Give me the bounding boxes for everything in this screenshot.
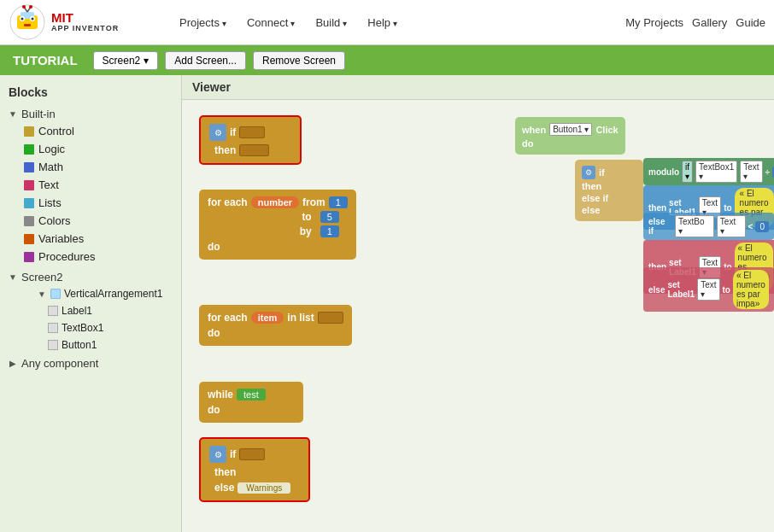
if-label-faded: if — [599, 167, 605, 178]
do-slot-foreach-item — [224, 327, 309, 339]
screen2-sidebar-label: Screen2 — [21, 271, 62, 284]
va-icon — [50, 289, 61, 299]
tutorial-label: TUTORIAL — [13, 53, 78, 67]
when-button1-click-block[interactable]: when Button1 ▾ Click do — [515, 117, 625, 155]
text-dropdown-bar3[interactable]: Text ▾ — [697, 278, 719, 301]
svg-point-5 — [21, 18, 24, 20]
in-list-label: in list — [287, 312, 314, 324]
else-if-textbox-block[interactable]: else if TextBo ▾ Text ▾ < 0 — [643, 213, 774, 240]
viewer: Viewer ⚙ if then for each number — [182, 75, 774, 532]
help-chevron-icon — [393, 16, 397, 29]
if-then-block-top[interactable]: ⚙ if then — [199, 115, 302, 165]
sidebar-item-variables[interactable]: Variables — [0, 230, 181, 248]
for-each-item-block[interactable]: for each item in list do — [199, 305, 352, 346]
nav-build[interactable]: Build — [307, 11, 355, 34]
then-label-bottom: then — [209, 466, 236, 478]
then-label-bar1: then — [648, 203, 666, 213]
for-each-number-block[interactable]: for each number from 1 to 5 by 1 do — [199, 190, 356, 260]
text-dropdown-elseif[interactable]: Text ▾ — [717, 215, 746, 237]
gallery-link[interactable]: Gallery — [692, 16, 727, 29]
if-then-else-block[interactable]: ⚙ if then else Warnings — [199, 437, 310, 502]
divide-op: ÷ — [765, 167, 771, 177]
to-label-bar1: to — [724, 203, 731, 213]
less-than: < — [748, 222, 753, 231]
sidebar-vertical-arrangement[interactable]: ▼ VerticalArrangement1 — [0, 285, 181, 302]
screen2-group-header[interactable]: ▼ Screen2 — [0, 269, 181, 285]
val0: 0 — [755, 221, 769, 232]
viewer-canvas[interactable]: ⚙ if then for each number from 1 — [182, 100, 774, 531]
sidebar-textbox1[interactable]: TextBox1 — [0, 319, 181, 336]
to-label: to — [302, 211, 311, 223]
screen2-button[interactable]: Screen2 ▾ — [93, 51, 159, 70]
add-screen-button[interactable]: Add Screen... — [165, 51, 246, 70]
sidebar: Blocks ▼ Built-in Control Logic Math Tex… — [0, 75, 182, 532]
control-color-icon — [24, 126, 34, 137]
connect-chevron-icon — [290, 16, 295, 29]
svg-point-10 — [22, 5, 26, 9]
nav-projects[interactable]: Projects — [171, 11, 235, 34]
set-label1-label3: set Label1 — [667, 280, 695, 299]
par-impa-string: « El numero es par impa» — [733, 270, 769, 309]
blocks-title: Blocks — [0, 82, 181, 104]
textbox1-dropdown-elseif[interactable]: TextBo ▾ — [675, 215, 714, 237]
viewer-title: Viewer — [182, 75, 774, 100]
remove-screen-button[interactable]: Remove Screen — [253, 51, 345, 70]
colors-color-icon — [24, 216, 34, 226]
builtin-group-header[interactable]: ▼ Built-in — [0, 106, 181, 122]
if-dropdown-faded[interactable]: if ▾ — [682, 161, 693, 183]
logic-color-icon — [24, 144, 34, 155]
else-label-bottom: else — [209, 482, 234, 494]
screen2-section: ▼ Screen2 ▼ VerticalArrangement1 Label1 … — [0, 267, 181, 355]
sidebar-item-control[interactable]: Control — [0, 122, 181, 140]
do-slot-foreach — [224, 241, 292, 253]
label1-icon — [48, 306, 58, 316]
click-label-faded: Click — [595, 125, 618, 135]
my-projects-link[interactable]: My Projects — [625, 16, 683, 29]
guide-link[interactable]: Guide — [736, 16, 765, 29]
modulo-block[interactable]: modulo if ▾ TextBox1 ▾ Text ▾ ÷ 2 — [643, 158, 774, 185]
sidebar-item-logic[interactable]: Logic — [0, 140, 181, 158]
nav-connect[interactable]: Connect — [238, 11, 303, 34]
svg-point-6 — [32, 18, 34, 20]
sidebar-item-math[interactable]: Math — [0, 158, 181, 176]
nav-menu: Projects Connect Build Help — [154, 11, 625, 34]
logo-text: MIT APP INVENTOR — [51, 11, 119, 33]
if-block-faded[interactable]: ⚙ if then else if else — [575, 160, 643, 221]
while-block[interactable]: while test do — [199, 382, 303, 423]
for-each-item-label: for each — [208, 312, 248, 324]
then-label-faded: then — [582, 181, 601, 191]
when-label-faded: when — [522, 125, 546, 135]
set-label1-text-par-impa[interactable]: else set Label1 Text ▾ to « El numero es… — [643, 267, 774, 312]
text-color-icon — [24, 180, 34, 190]
logo-icon — [9, 3, 46, 41]
sidebar-item-lists[interactable]: Lists — [0, 194, 181, 212]
any-component-header[interactable]: ▶ Any component — [0, 355, 181, 371]
sidebar-label1[interactable]: Label1 — [0, 302, 181, 319]
textbox1-dropdown-modulo[interactable]: TextBox1 ▾ — [695, 161, 737, 183]
then-slot-top — [239, 144, 269, 156]
any-component-expand-icon: ▶ — [7, 358, 19, 370]
do-slot-while — [224, 404, 292, 416]
any-component-label: Any component — [21, 357, 98, 370]
va-expand-icon: ▼ — [36, 288, 48, 300]
nav-help[interactable]: Help — [359, 11, 406, 34]
sidebar-item-procedures[interactable]: Procedures — [0, 248, 181, 266]
button1-dropdown-faded[interactable]: Button1 ▾ — [549, 123, 592, 136]
nav-right: My Projects Gallery Guide — [625, 16, 765, 29]
else-if-label-faded: else if — [582, 193, 608, 203]
svg-point-11 — [29, 5, 32, 9]
sidebar-item-text[interactable]: Text — [0, 176, 181, 194]
text-dropdown-modulo[interactable]: Text ▾ — [740, 161, 762, 183]
sidebar-item-colors[interactable]: Colors — [0, 212, 181, 230]
screen2-chevron-icon: ▾ — [144, 55, 149, 67]
logo-mit: MIT — [51, 11, 119, 26]
modulo-label: modulo — [648, 167, 679, 177]
do-label-foreach-item: do — [208, 327, 220, 339]
top-navigation: MIT APP INVENTOR Projects Connect Build … — [0, 0, 774, 45]
sidebar-button1[interactable]: Button1 — [0, 336, 181, 354]
for-each-label: for each — [208, 196, 248, 208]
if-label-top: if — [230, 126, 236, 138]
gear-icon-top: ⚙ — [209, 124, 226, 141]
else-label-faded: else — [582, 205, 600, 215]
gear-icon-bottom: ⚙ — [209, 446, 226, 463]
